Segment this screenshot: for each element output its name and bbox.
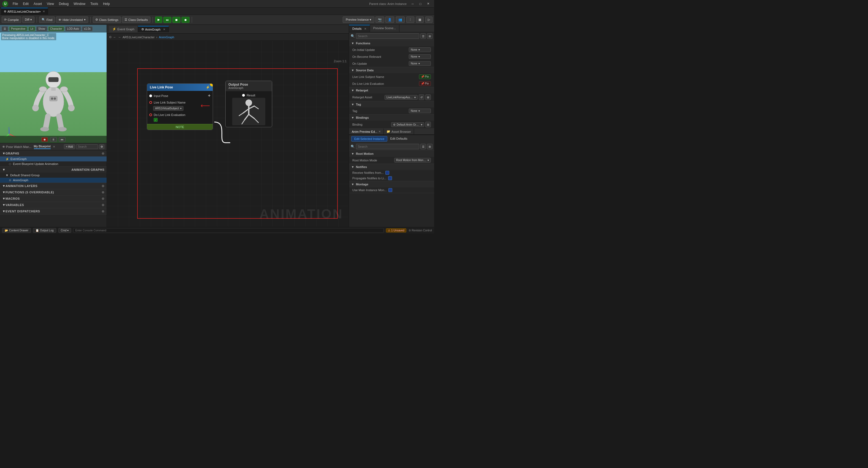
preview-scene-tab[interactable]: Preview Scene... <box>370 25 400 32</box>
tag-header[interactable]: ▼ Tag <box>349 101 434 107</box>
show-button[interactable]: Show <box>36 26 47 31</box>
step-button[interactable]: ⏭ <box>163 17 171 23</box>
content-drawer-button[interactable]: 📂 Content Drawer <box>2 228 31 233</box>
menu-asset[interactable]: Asset <box>31 1 44 6</box>
close-button[interactable]: ✕ <box>424 0 432 8</box>
lit-button[interactable]: Lit <box>28 26 35 31</box>
binding-expand-button[interactable]: ⊞ <box>425 122 431 127</box>
propagate-notifies-checkbox[interactable] <box>388 176 392 180</box>
revision-control-label[interactable]: ⑤ Revision Control <box>408 229 432 232</box>
instance-search-input[interactable] <box>356 144 419 149</box>
anim-graph-tab[interactable]: ⚙ AnimGraph ✕ <box>138 26 169 32</box>
use-main-instance-checkbox[interactable] <box>389 188 392 192</box>
diff-button[interactable]: Diff ▾ <box>22 17 34 23</box>
anim-layers-header[interactable]: ▼ ANIMATION LAYERS ⊕ <box>0 183 106 189</box>
on-become-relevant-dropdown[interactable]: None ▾ <box>409 54 431 59</box>
macros-section-header[interactable]: ▼ MACROS ⊕ <box>0 195 106 201</box>
lod-button[interactable]: LOD Auto <box>65 26 81 31</box>
preview-instance-button[interactable]: Preview Instance ▾ <box>343 17 374 23</box>
variables-section-header[interactable]: ▼ VARIABLES ⊕ <box>0 202 106 208</box>
breadcrumb-graph[interactable]: AnimGraph <box>159 35 174 39</box>
details-search-input[interactable] <box>356 33 419 39</box>
edit-defaults-tab[interactable]: Edit Defaults <box>387 136 410 142</box>
speed-button[interactable]: x1.0x <box>82 26 93 31</box>
class-settings-button[interactable]: ⚙ Class Settings <box>93 17 121 23</box>
bp-settings-button[interactable]: ⚙ <box>99 144 104 149</box>
console-input[interactable] <box>73 228 384 233</box>
evaluation-checkbox[interactable]: ✓ <box>154 118 158 122</box>
menu-file[interactable]: File <box>10 1 20 6</box>
menu-window[interactable]: Window <box>71 1 88 6</box>
blueprint-close-icon[interactable]: ✕ <box>53 145 55 148</box>
bp-search-input[interactable] <box>76 144 98 149</box>
pause-button[interactable]: ⏸ <box>50 137 57 142</box>
root-motion-header[interactable]: ▼ Root Motion <box>349 151 434 157</box>
breadcrumb-nav-forward[interactable]: → <box>118 35 121 39</box>
root-motion-mode-dropdown[interactable]: Root Motion from Montages 0... ▾ <box>394 158 431 162</box>
event-dispatchers-header[interactable]: ▼ EVENT DISPATCHERS ⊕ <box>0 208 106 214</box>
menu-debug[interactable]: Debug <box>57 1 71 6</box>
camera-button[interactable]: 📷 <box>375 17 384 23</box>
cmd-button[interactable]: Cmd ▾ <box>58 228 71 233</box>
event-bp-update-item[interactable]: ⬡ Event Blueprint Update Animation <box>0 161 106 166</box>
event-graph-tab[interactable]: ⚡ Event Graph <box>109 26 138 32</box>
perspective-button[interactable]: Perspective <box>9 26 27 31</box>
asset-browser-tab[interactable]: 📁 Asset Browser <box>384 129 414 134</box>
live-link-subject-pin[interactable]: 📌 Pin <box>419 74 431 79</box>
multiplayer-button[interactable]: 👥 <box>396 17 405 23</box>
menu-view[interactable]: View <box>44 1 56 6</box>
graph-area[interactable]: ⚡ Event Graph ⚙ AnimGraph ✕ ⊙ ← → AR51Li… <box>107 25 349 227</box>
main-tab[interactable]: ⚙ AR51LiveLinkCharacter• ✕ <box>1 8 48 14</box>
graphs-add-icon[interactable]: ⊕ <box>102 152 104 155</box>
class-defaults-button[interactable]: ☰ Class Defaults <box>122 17 150 23</box>
maximize-button[interactable]: □ <box>416 0 424 8</box>
stop-button[interactable]: ⏹ <box>173 17 180 23</box>
bp-add-button[interactable]: + Add <box>64 144 75 149</box>
record-button[interactable]: ⏺ <box>41 137 48 142</box>
functions-add-icon[interactable]: ⊕ <box>102 190 104 194</box>
variables-add-icon[interactable]: ⊕ <box>102 203 104 207</box>
retarget-asset-dropdown[interactable]: LiveLinkRemapAsse... ▾ <box>384 95 417 100</box>
retarget-header[interactable]: ▼ Retarget <box>349 87 434 93</box>
anim-graphs-section-header[interactable]: ▼ ANIMATION GRAPHS <box>0 167 106 173</box>
next-frame-button[interactable]: ⏭ <box>59 137 66 142</box>
menu-help[interactable]: Help <box>101 1 112 6</box>
expand-button[interactable]: ⊞ <box>427 33 433 39</box>
column-layout-button[interactable]: ☰ <box>421 33 426 39</box>
retarget-open-button[interactable]: ⊞ <box>425 94 431 100</box>
macros-add-icon[interactable]: ⊕ <box>102 197 104 200</box>
on-initial-update-dropdown[interactable]: None ▾ <box>409 48 431 52</box>
output-pose-node[interactable]: Output Pose AnimGraph Result <box>225 81 272 127</box>
menu-edit[interactable]: Edit <box>21 1 31 6</box>
edit-selected-instance-tab[interactable]: Edit Selected Instance <box>351 136 387 142</box>
source-data-header[interactable]: ▼ Source Data <box>349 67 434 73</box>
anim-preview-ed-tab[interactable]: Anim Preview Ed... ✕ <box>349 129 384 134</box>
tab-close-button[interactable]: ✕ <box>43 10 45 13</box>
details-tab-close[interactable]: ✕ <box>364 27 366 30</box>
event-graph-item[interactable]: ⚡ EventGraph <box>0 156 106 161</box>
play-button[interactable]: ▶ <box>155 17 162 23</box>
animation-icon-btn[interactable]: ▷ <box>425 17 433 23</box>
breadcrumb-character[interactable]: AR51LiveLinkCharacter <box>123 35 155 39</box>
tag-dropdown[interactable]: None ▾ <box>409 108 431 113</box>
output-log-button[interactable]: 📋 Output Log <box>33 228 56 233</box>
on-update-dropdown[interactable]: None ▾ <box>409 61 431 66</box>
details-tab[interactable]: Details ✕ <box>349 25 370 32</box>
pose-watch-tab[interactable]: 👁 Pose Watch Man... <box>2 145 32 149</box>
subject-name-dropdown[interactable]: AR51VirtualSubject ▾ <box>153 106 183 111</box>
blueprint-icon-btn[interactable]: ▦ <box>416 17 424 23</box>
my-blueprint-tab[interactable]: My Blueprint <box>34 145 51 149</box>
notifies-header[interactable]: ▼ Notifies <box>349 164 434 170</box>
functions-section-header[interactable]: ▼ FUNCTIONS (5 OVERRIDABLE) ⊕ <box>0 189 106 195</box>
anim-graph-tab-close[interactable]: ✕ <box>163 28 165 31</box>
anim-graph-item[interactable]: ⚙ AnimGraph <box>0 178 106 183</box>
minimize-button[interactable]: ─ <box>409 0 416 8</box>
functions-section-header[interactable]: ▼ Functions <box>349 40 434 46</box>
instance-expand-button[interactable]: ⊞ <box>427 144 433 149</box>
viewport[interactable]: ☰ Perspective Lit Show Character LOD Aut… <box>0 25 106 143</box>
event-dispatchers-add-icon[interactable]: ⊕ <box>102 209 104 213</box>
default-shared-group-item[interactable]: ▼ Default Shared Group <box>0 173 106 178</box>
graph-canvas[interactable]: Zoom 1:1 Live Link Pose ⚡ ⚡ Input Pose <box>107 41 349 227</box>
hide-unrelated-button[interactable]: 👁 Hide Unrelated ▾ <box>56 17 88 23</box>
retarget-reset-button[interactable]: ↺ <box>419 94 424 100</box>
